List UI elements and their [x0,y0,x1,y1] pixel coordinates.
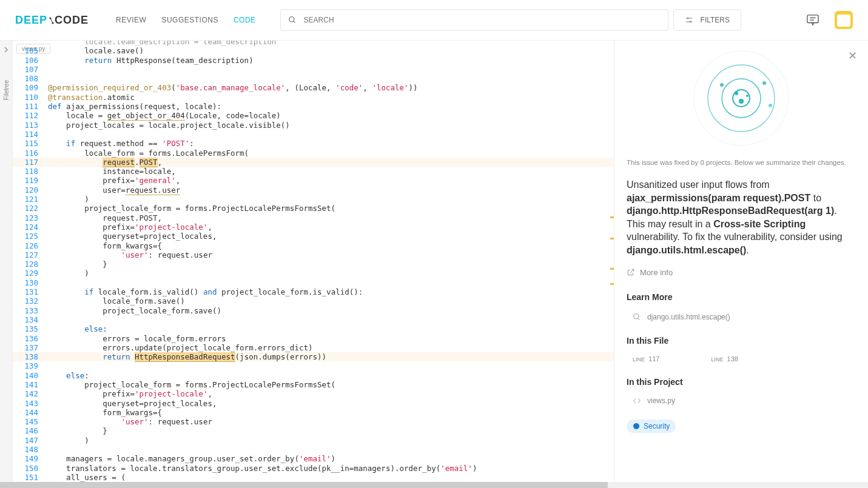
line-ref-2[interactable]: LINE 138 [711,355,738,363]
logo-deep: DEEP [15,14,47,27]
issue-panel: ✕ This issue was fixed by 0 projects. Be… [614,41,868,488]
code-line[interactable]: 135 else: [13,324,614,333]
code-line[interactable]: 137 errors.update(project_locale_form.er… [13,343,614,352]
code-line[interactable]: 145 'user': request.user [13,417,614,426]
code-line[interactable]: 116 locale_form = forms.LocalePermsForm( [13,149,614,158]
learn-more-heading: Learn More [627,292,856,302]
chat-icon[interactable] [806,14,819,26]
code-line[interactable]: 129 ) [13,269,614,278]
issue-description: Unsanitized user input flows from ajax_p… [627,178,856,257]
code-line[interactable]: 138 return HttpResponseBadRequest(json.d… [13,352,614,361]
nav-tabs: REVIEW SUGGESTIONS CODE [116,16,256,24]
logo-code: CODE [49,14,89,27]
filters-label: FILTERS [701,16,730,24]
svg-point-22 [634,313,639,318]
tab-code[interactable]: CODE [234,16,256,24]
code-line[interactable]: 148 [13,445,614,454]
minimap[interactable] [609,210,614,319]
code-line[interactable]: 124 prefix='project-locale', [13,222,614,232]
more-info-link[interactable]: More info [627,268,856,277]
line-ref-1[interactable]: LINE 117 [633,355,659,363]
tab-suggestions[interactable]: SUGGESTIONS [161,16,218,24]
svg-point-21 [769,104,772,107]
code-line[interactable]: 105 locale.save() [13,46,614,55]
code-line[interactable]: 141 project_locale_form = forms.ProjectL… [13,380,614,389]
code-line[interactable]: 111def ajax_permissions(request, locale)… [13,102,614,111]
close-panel-button[interactable]: ✕ [848,49,857,62]
code-line[interactable]: 132 locale_form.save() [13,296,614,306]
in-project-heading: In this Project [627,377,856,387]
svg-point-8 [690,21,691,22]
code-line[interactable]: 126 form_kwargs={ [13,241,614,250]
svg-line-23 [638,318,640,319]
svg-point-7 [687,18,688,19]
code-line[interactable]: 106 return HttpResponse(team_description… [13,56,614,65]
svg-rect-9 [807,15,818,23]
code-line[interactable]: 115 if request.method == 'POST': [13,139,614,148]
svg-point-13 [708,65,775,132]
code-line[interactable]: 121 ) [13,195,614,204]
code-line[interactable]: 131 if locale_form.is_valid() and projec… [13,287,614,296]
header: DEEP CODE REVIEW SUGGESTIONS CODE FILTER… [0,0,868,41]
code-line[interactable]: 143 queryset=project_locales, [13,399,614,408]
security-badge[interactable]: Security [627,419,676,433]
code-line[interactable]: 109@permission_required_or_403('base.can… [13,83,614,92]
code-line[interactable]: 119 prefix='general', [13,176,614,185]
code-line[interactable]: 110@transaction.atomic [13,93,614,102]
filters-button[interactable]: FILTERS [673,9,741,31]
search-icon [633,313,641,321]
svg-point-17 [735,92,738,95]
code-line[interactable]: 112 locale = get_object_or_404(Locale, c… [13,111,614,120]
code-line[interactable]: 128 } [13,259,614,269]
code-line[interactable]: 107 [13,65,614,74]
code-line[interactable]: 136 errors = locale_form.errors [13,334,614,343]
code-line[interactable]: 139 [13,361,614,370]
code-line[interactable]: 147 ) [13,436,614,445]
main: Filetree views.py locale.team_descriptio… [0,41,868,488]
code-line[interactable]: 125 queryset=project_locales, [13,232,614,241]
in-file-heading: In this File [627,336,856,346]
code-line[interactable]: 133 project_locale_form.save() [13,306,614,315]
code-line[interactable]: 130 [13,278,614,287]
sliders-icon [685,16,693,24]
code-line[interactable]: 150 translators = locale.translators_gro… [13,464,614,473]
chevron-right-icon [3,47,9,53]
code-line[interactable]: 113 project_locales = locale.project_loc… [13,121,614,130]
code-line[interactable]: 149 managers = locale.managers_group.use… [13,454,614,463]
code-line[interactable]: 114 [13,130,614,139]
code-line[interactable]: 144 form_kwargs={ [13,408,614,417]
code-line[interactable]: 146 } [13,426,614,435]
search-input[interactable] [304,16,661,24]
project-file-item[interactable]: views.py [627,394,856,407]
bullseye-graphic [693,50,790,147]
tab-review[interactable]: REVIEW [116,16,146,24]
svg-point-20 [720,83,724,87]
fix-note: This issue was fixed by 0 projects. Belo… [627,159,856,166]
code-line[interactable]: 127 'user': request.user [13,250,614,259]
horizontal-scrollbar[interactable] [0,482,868,488]
code-line[interactable]: locale.team_description = team_descripti… [13,41,614,46]
avatar[interactable] [835,11,853,29]
learn-item[interactable]: django.utils.html.escape() [627,309,856,325]
code-line[interactable]: 117 request.POST, [13,158,614,167]
code-line[interactable]: 123 request.POST, [13,213,614,222]
code-line[interactable]: 151 all_users = ( [13,473,614,482]
code-line[interactable]: 108 [13,74,614,83]
code-line[interactable]: 118 instance=locale, [13,167,614,176]
line-refs: LINE 117 LINE 138 [627,353,856,365]
code-line[interactable]: 140 else: [13,371,614,380]
svg-line-2 [50,18,53,23]
code-line[interactable]: 120 user=request.user [13,186,614,195]
code-viewport[interactable]: locale.team_description = team_descripti… [13,41,614,488]
expand-sidebar-button[interactable] [0,44,12,56]
code-line[interactable]: 134 [13,315,614,324]
code-line[interactable]: 142 prefix='project-locale', [13,389,614,398]
project-file-label: views.py [647,396,675,405]
search-box[interactable] [280,9,668,31]
filetree-label[interactable]: Filetree [3,80,10,100]
logo[interactable]: DEEP CODE [15,14,89,27]
code-area: views.py locale.team_description = team_… [13,41,614,488]
code-line[interactable]: 122 project_locale_form = forms.ProjectL… [13,204,614,213]
svg-line-4 [293,21,295,23]
svg-point-14 [722,79,761,118]
